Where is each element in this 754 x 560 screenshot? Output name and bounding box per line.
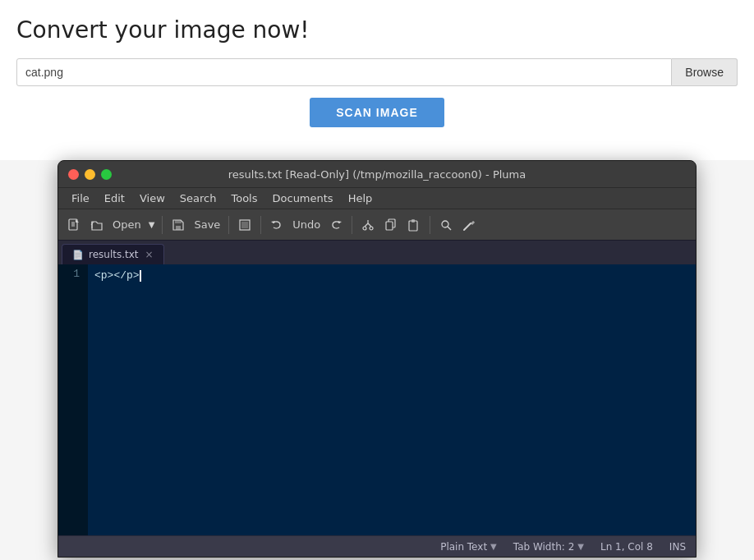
ins-label: INS [669, 541, 686, 553]
menu-help[interactable]: Help [342, 190, 379, 206]
svg-point-20 [442, 221, 448, 227]
position-label: Ln 1, Col 8 [600, 541, 653, 553]
svg-rect-8 [241, 222, 248, 228]
toolbar: Open ▼ Save Undo [58, 209, 696, 240]
titlebar: results.txt [Read-Only] (/tmp/mozilla_ra… [58, 161, 696, 187]
scan-button[interactable]: SCAN IMAGE [310, 98, 444, 127]
statusbar: Plain Text ▼ Tab Width: 2 ▼ Ln 1, Col 8 … [58, 535, 696, 557]
code-line-1: <p></p> [94, 268, 689, 284]
line-numbers: 1 [58, 264, 88, 535]
line-number-1: 1 [65, 268, 80, 280]
open-dropdown-arrow[interactable]: ▼ [146, 217, 158, 232]
tab-bar: 📄 results.txt × [58, 240, 696, 264]
minimize-button[interactable] [85, 169, 95, 180]
save-icon-button[interactable] [168, 213, 189, 236]
tab-close-button[interactable]: × [145, 249, 154, 260]
undo-icon-button[interactable] [266, 213, 287, 236]
cut-button[interactable] [357, 213, 379, 236]
new-button[interactable] [63, 213, 85, 236]
svg-line-22 [464, 223, 471, 230]
code-area[interactable]: <p></p> [88, 264, 696, 535]
svg-rect-19 [411, 219, 415, 223]
svg-point-12 [370, 227, 373, 230]
copy-button[interactable] [380, 213, 402, 236]
browse-button[interactable]: Browse [672, 58, 738, 86]
separator-4 [352, 216, 352, 234]
undo-label[interactable]: Undo [289, 217, 324, 232]
open-label[interactable]: Open [109, 217, 145, 232]
tab-file-icon: 📄 [72, 250, 84, 260]
code-text: <p></p> [94, 268, 140, 284]
plain-text-status[interactable]: Plain Text ▼ [440, 541, 497, 553]
ins-status: INS [669, 541, 686, 553]
redo-icon-button[interactable] [325, 213, 347, 236]
plain-text-dropdown-icon: ▼ [490, 542, 497, 551]
menu-search[interactable]: Search [173, 190, 223, 206]
svg-line-21 [448, 227, 451, 230]
file-input-row: Browse [16, 58, 738, 86]
tab-width-label: Tab Width: 2 [513, 541, 574, 553]
svg-line-13 [365, 223, 368, 227]
separator-1 [162, 216, 163, 234]
save-label[interactable]: Save [191, 217, 223, 232]
paste-button[interactable] [403, 213, 425, 236]
editor-window: results.txt [Read-Only] (/tmp/mozilla_ra… [57, 160, 697, 558]
position-status: Ln 1, Col 8 [600, 541, 653, 553]
tab-label: results.txt [89, 249, 139, 260]
titlebar-text: results.txt [Read-Only] (/tmp/mozilla_ra… [228, 168, 526, 181]
tab-width-status[interactable]: Tab Width: 2 ▼ [513, 541, 584, 553]
open-icon-button[interactable] [86, 213, 108, 236]
traffic-lights [68, 169, 112, 180]
separator-2 [228, 216, 229, 234]
maximize-button[interactable] [101, 169, 112, 180]
tab-width-dropdown-icon: ▼ [577, 542, 584, 551]
svg-rect-17 [386, 222, 393, 230]
menu-documents[interactable]: Documents [266, 190, 340, 206]
svg-line-14 [368, 223, 371, 227]
menubar: File Edit View Search Tools Documents He… [58, 187, 696, 209]
menu-view[interactable]: View [133, 190, 172, 206]
menu-file[interactable]: File [65, 190, 96, 206]
page-title: Convert your image now! [16, 16, 738, 44]
svg-point-11 [363, 227, 366, 230]
find-button[interactable] [435, 213, 457, 236]
menu-tools[interactable]: Tools [224, 190, 264, 206]
separator-5 [430, 216, 430, 234]
tab-results[interactable]: 📄 results.txt × [62, 244, 164, 264]
menu-edit[interactable]: Edit [98, 190, 131, 206]
text-cursor [140, 270, 141, 282]
svg-rect-6 [175, 220, 182, 223]
separator-3 [260, 216, 261, 234]
replace-button[interactable] [458, 213, 480, 236]
svg-rect-5 [176, 226, 181, 230]
plain-text-label: Plain Text [440, 541, 487, 553]
editor-body: 1 <p></p> [58, 264, 696, 535]
scan-row: SCAN IMAGE [16, 98, 738, 127]
file-input[interactable] [16, 58, 672, 86]
page-icon-button[interactable] [234, 213, 255, 236]
close-button[interactable] [68, 169, 79, 180]
